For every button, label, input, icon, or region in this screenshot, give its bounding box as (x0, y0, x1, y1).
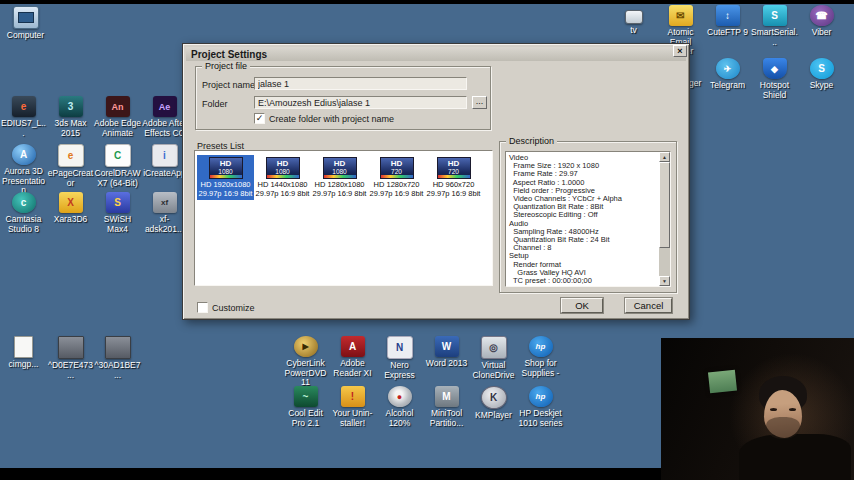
desktop-icon[interactable]: S Skype (798, 58, 845, 100)
folder-input[interactable] (254, 96, 467, 109)
app-icon: xf (153, 192, 177, 213)
preset-icon-bottom-text: 1080 (275, 168, 289, 175)
desktop-icon[interactable]: A Adobe Reader XI (329, 336, 376, 386)
app-icon: ▶ (294, 336, 318, 357)
desktop-icon[interactable]: e ePageCreator (47, 144, 94, 192)
desktop-icon[interactable]: N Nero Express (376, 336, 423, 386)
desktop-icon-label: xf-adsk201... (141, 215, 188, 234)
app-icon: X (59, 192, 83, 213)
webcam-overlay (661, 338, 854, 480)
desktop-icon[interactable]: 3 3ds Max 2015 (47, 96, 94, 144)
desktop-icon-label: KMPlayer (470, 411, 517, 421)
app-icon: 3 (59, 96, 83, 117)
app-icon: N (387, 336, 413, 359)
desktop-icon[interactable]: Ae Adobe After Effects CC (141, 96, 188, 144)
close-icon[interactable]: × (673, 45, 687, 57)
desktop-icon[interactable]: ^D0E7E473... (47, 336, 94, 380)
desktop-icon[interactable]: W Word 2013 (423, 336, 470, 386)
desktop-icon-label: CuteFTP 9 (704, 28, 751, 38)
app-icon (625, 10, 643, 24)
preset-item[interactable]: HD 720 HD 960x720 29.97p 16:9 8bit (425, 155, 482, 200)
preset-icon: HD 1080 (266, 157, 300, 179)
scroll-thumb[interactable] (659, 162, 670, 248)
desktop-icon[interactable]: ✈ Telegram (704, 58, 751, 100)
desktop-icon[interactable]: e EDIUS7_L... (0, 96, 47, 144)
desktop-icon[interactable]: X Xara3D6 (47, 192, 94, 240)
desktop-icon[interactable]: A Aurora 3D Presentation (0, 144, 47, 192)
desktop-icon[interactable]: ● Alcohol 120% (376, 386, 423, 436)
app-icon-glyph: i (163, 150, 166, 161)
preset-item[interactable]: HD 1080 HD 1440x1080 29.97p 16:9 8bit (254, 155, 311, 200)
app-icon: e (58, 144, 84, 167)
desktop-icon[interactable]: cimgp... (0, 336, 47, 380)
cancel-button[interactable]: Cancel (625, 298, 672, 313)
desktop-icon[interactable]: Computer (2, 6, 49, 41)
desktop-icon[interactable]: ◆ Hotspot Shield (751, 58, 798, 100)
preset-icon: HD 720 (380, 157, 414, 179)
desktop-icon[interactable]: C CorelDRAW X7 (64-Bit) (94, 144, 141, 192)
app-icon-glyph: ✉ (676, 10, 684, 21)
preset-icon-top-text: HD (220, 160, 232, 168)
desktop-icon[interactable]: hp HP Deskjet 1010 series (517, 386, 564, 436)
preset-caption: HD 1440x1080 29.97p 16:9 8bit (254, 181, 311, 198)
desktop-icon[interactable]: S SWiSH Max4 (94, 192, 141, 240)
app-icon-glyph: S (818, 63, 825, 74)
desktop-icon-label: Computer (2, 31, 49, 41)
app-icon (105, 336, 131, 359)
create-folder-checkbox-label: Create folder with project name (269, 114, 394, 124)
desktop-icon[interactable]: xf xf-adsk201... (141, 192, 188, 240)
desktop-icon-label: Camtasia Studio 8 (0, 215, 47, 234)
desktop-icon[interactable]: ^30AD1BE7... (94, 336, 141, 380)
preset-item[interactable]: HD 720 HD 1280x720 29.97p 16:9 8bit (368, 155, 425, 200)
desktop-icon[interactable]: ◎ Virtual CloneDrive (470, 336, 517, 386)
desktop-icon[interactable]: ▶ CyberLink PowerDVD 11 (282, 336, 329, 386)
desktop-icon[interactable]: hp Shop for Supplies - (517, 336, 564, 386)
desktop-icon[interactable]: ~ Cool Edit Pro 2.1 (282, 386, 329, 436)
app-icon-glyph: ✈ (724, 64, 732, 74)
desktop-icon-label: MiniTool Partitio... (423, 409, 470, 428)
ok-button[interactable]: OK (561, 298, 603, 313)
create-folder-checkbox[interactable]: ✓ (254, 113, 265, 124)
app-icon-glyph: ~ (303, 391, 309, 402)
app-icon-glyph: xf (161, 198, 168, 207)
desktop-icon-label: Your Unin-staller! (329, 409, 376, 428)
app-icon-glyph: K (490, 392, 497, 403)
desktop-icon[interactable]: ! Your Unin-staller! (329, 386, 376, 436)
browse-button[interactable]: ... (472, 96, 487, 109)
app-icon-glyph: e (21, 101, 27, 112)
preset-caption-line2: 29.97p 16:9 8bit (254, 190, 311, 199)
desktop-icon-label: Nero Express (376, 361, 423, 380)
desktop-icon[interactable]: M MiniTool Partitio... (423, 386, 470, 436)
preset-icon: HD 720 (437, 157, 471, 179)
desktop-icon[interactable]: i iCreateApp (141, 144, 188, 192)
desktop-icon[interactable]: ☎ Viber (798, 5, 845, 57)
preset-item[interactable]: HD 1080 HD 1920x1080 29.97p 16:9 8bit (197, 155, 254, 200)
app-icon: hp (529, 336, 553, 357)
preset-caption: HD 1280x1080 29.97p 16:9 8bit (311, 181, 368, 198)
desktop-icon-label: EDIUS7_L... (0, 119, 47, 138)
app-icon: ✈ (716, 58, 740, 79)
dialog-titlebar[interactable]: Project Settings (186, 47, 686, 61)
desktop-icon-label: Word 2013 (423, 359, 470, 369)
desktop-icon[interactable]: S SmartSerial... (751, 5, 798, 57)
app-icon: ✉ (669, 5, 693, 26)
desktop-icon[interactable]: K KMPlayer (470, 386, 517, 436)
description-scrollbar[interactable]: ▲ ▼ (659, 152, 670, 286)
app-icon: M (435, 386, 459, 407)
scroll-up-icon[interactable]: ▲ (659, 152, 670, 162)
desktop-icon-label: cimgp... (0, 360, 47, 370)
description-group-label: Description (506, 136, 557, 146)
customize-checkbox[interactable] (197, 302, 208, 313)
desktop-icon[interactable]: An Adobe Edge Animate (94, 96, 141, 144)
desktop-icon[interactable]: ↕ CuteFTP 9 (704, 5, 751, 57)
desktop-icon[interactable]: c Camtasia Studio 8 (0, 192, 47, 240)
dialog-title: Project Settings (191, 49, 267, 60)
app-icon: ☎ (810, 5, 834, 26)
screen: Computer e EDIUS7_L... 3 3ds Max 2015 An… (0, 0, 854, 480)
project-name-input[interactable] (254, 77, 467, 90)
desktop-icon-label: Viber (798, 28, 845, 38)
desktop-icon-label: CorelDRAW X7 (64-Bit) (94, 169, 141, 188)
preset-item[interactable]: HD 1080 HD 1280x1080 29.97p 16:9 8bit (311, 155, 368, 200)
app-icon-glyph: ◎ (489, 342, 498, 353)
scroll-down-icon[interactable]: ▼ (659, 276, 670, 286)
